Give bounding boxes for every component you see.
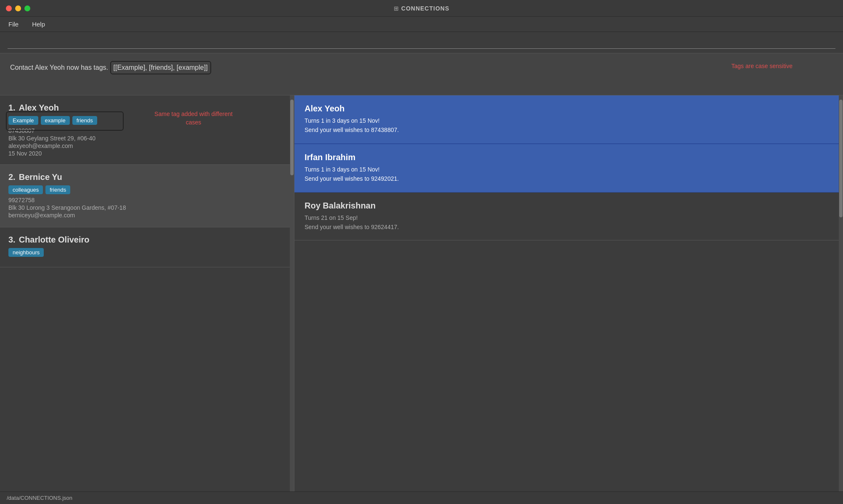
close-button[interactable] bbox=[6, 5, 12, 11]
contact-address-2: Blk 30 Lorong 3 Serangoon Gardens, #07-1… bbox=[8, 204, 286, 211]
birthday-info-2: Turns 1 in 3 days on 15 Nov! Send your w… bbox=[305, 165, 833, 184]
maximize-button[interactable] bbox=[24, 5, 30, 11]
minimize-button[interactable] bbox=[15, 5, 21, 11]
tag-example: example bbox=[41, 116, 70, 125]
contact-email-2: berniceyu@example.com bbox=[8, 212, 286, 219]
right-scrollbar[interactable] bbox=[839, 95, 843, 491]
search-input[interactable] bbox=[8, 36, 835, 49]
contact-phone-2: 99272758 bbox=[8, 197, 286, 203]
contacts-panel: Same tag added with different cases 1.Al… bbox=[0, 95, 294, 491]
birthday-info-1: Turns 1 in 3 days on 15 Nov! Send your w… bbox=[305, 116, 833, 135]
contact-card-alex[interactable]: 1.Alex Yeoh Example example friends 8743… bbox=[0, 95, 294, 165]
birthday-card-irfan[interactable]: Irfan Ibrahim Turns 1 in 3 days on 15 No… bbox=[294, 144, 843, 193]
tag-neighbours: neighbours bbox=[8, 248, 44, 257]
contact-card-bernice[interactable]: 2.Bernice Yu colleagues friends 99272758… bbox=[0, 165, 294, 227]
birthdays-panel: Alex Yeoh Turns 1 in 3 days on 15 Nov! S… bbox=[294, 95, 843, 491]
status-path: /data/CONNECTIONS.json bbox=[7, 495, 72, 501]
tag-colleagues: colleagues bbox=[8, 185, 43, 194]
same-tag-annotation: Same tag added with different cases bbox=[147, 110, 240, 127]
birthday-name-2: Irfan Ibrahim bbox=[305, 153, 833, 162]
notification-text: Contact Alex Yeoh now has tags. [[Exampl… bbox=[10, 61, 833, 74]
tag-friends: friends bbox=[72, 116, 97, 125]
notification-banner: Contact Alex Yeoh now has tags. [[Exampl… bbox=[0, 53, 843, 95]
contact-card-charlotte[interactable]: 3.Charlotte Oliveiro neighbours bbox=[0, 227, 294, 267]
contact-address-1: Blk 30 Geylang Street 29, #06-40 bbox=[8, 135, 286, 142]
app-title: CONNECTIONS bbox=[401, 5, 449, 12]
case-sensitive-note: Tags are case sensitive bbox=[731, 63, 793, 69]
app-icon: ⊞ bbox=[394, 5, 399, 12]
menu-help[interactable]: Help bbox=[30, 19, 47, 29]
notification-main: Contact Alex Yeoh now has tags. bbox=[10, 64, 108, 71]
contact-email-1: alexyeoh@example.com bbox=[8, 142, 286, 149]
contact-tags-2: colleagues friends bbox=[8, 185, 286, 194]
birthday-info-3: Turns 21 on 15 Sep! Send your well wishe… bbox=[305, 213, 833, 232]
contact-tags-3: neighbours bbox=[8, 248, 286, 257]
contact-name-2: 2.Bernice Yu bbox=[8, 172, 286, 182]
contact-phone-1: 87438807 bbox=[8, 127, 286, 134]
menubar: File Help bbox=[0, 17, 843, 32]
tag-Example: Example bbox=[8, 116, 38, 125]
main-content: Same tag added with different cases 1.Al… bbox=[0, 95, 843, 491]
menu-file[interactable]: File bbox=[7, 19, 20, 29]
birthday-card-roy[interactable]: Roy Balakrishnan Turns 21 on 15 Sep! Sen… bbox=[294, 193, 843, 241]
window-controls[interactable] bbox=[6, 5, 30, 11]
birthday-card-alex[interactable]: Alex Yeoh Turns 1 in 3 days on 15 Nov! S… bbox=[294, 95, 843, 144]
titlebar: ⊞ CONNECTIONS bbox=[0, 0, 843, 17]
contact-date-1: 15 Nov 2020 bbox=[8, 150, 286, 157]
contact-name-3: 3.Charlotte Oliveiro bbox=[8, 235, 286, 245]
statusbar: /data/CONNECTIONS.json bbox=[0, 491, 843, 504]
birthday-name-1: Alex Yeoh bbox=[305, 104, 833, 113]
tag-friends-2: friends bbox=[45, 185, 70, 194]
birthday-name-3: Roy Balakrishnan bbox=[305, 201, 833, 211]
tags-display: [[Example], [friends], [example]] bbox=[110, 61, 211, 74]
search-bar bbox=[0, 32, 843, 53]
left-scrollbar[interactable] bbox=[290, 95, 294, 491]
